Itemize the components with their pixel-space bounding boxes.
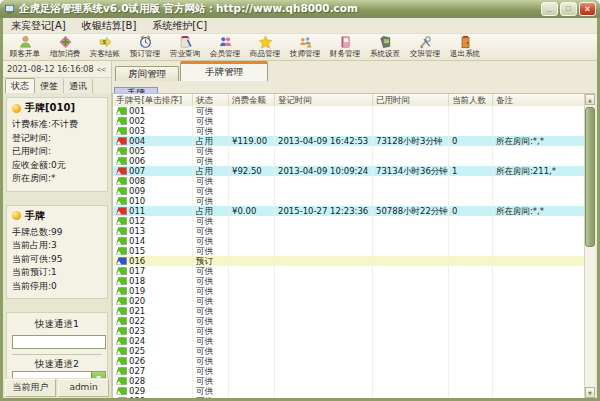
sidebar-tab[interactable]: 通讯 <box>64 79 93 93</box>
note-cell <box>493 116 585 126</box>
table-row[interactable]: 007 占用 ¥92.50 2013-04-09 10:09:24 73134小… <box>113 166 585 176</box>
status-tag-icon <box>116 277 127 285</box>
table-row[interactable]: 002 可供 <box>113 116 585 126</box>
status-tag-icon <box>116 347 127 355</box>
people-count-cell <box>449 386 493 396</box>
table-row[interactable]: 022 可供 <box>113 316 585 326</box>
table-row[interactable]: 017 可供 <box>113 266 585 276</box>
people-count-cell <box>449 326 493 336</box>
table-row[interactable]: 001 可供 <box>113 106 585 116</box>
quick-channel-1-input[interactable] <box>12 335 106 349</box>
amount-cell <box>229 376 275 386</box>
table-header-cell[interactable]: 备注 <box>493 94 585 106</box>
sidebar-tabs: 状态便签通讯 <box>3 78 111 94</box>
used-time-cell <box>373 316 449 326</box>
table-row[interactable]: 019 可供 <box>113 286 585 296</box>
status-tag-icon <box>116 117 127 125</box>
used-time-cell: 73134小时36分钟 <box>373 166 449 176</box>
toolbar-button[interactable]: 商品管理 <box>245 35 285 60</box>
status-tag-icon <box>116 177 127 185</box>
toolbar-button[interactable]: 宾客结账 <box>85 35 125 60</box>
table-header-cell[interactable]: 当前人数 <box>449 94 493 106</box>
minimize-button[interactable]: _ <box>541 2 558 16</box>
table-header-cell[interactable]: 状态 <box>193 94 229 106</box>
shift-management-icon <box>418 35 433 49</box>
table-row[interactable]: 015 可供 <box>113 246 585 256</box>
table-row[interactable]: 024 可供 <box>113 336 585 346</box>
used-time-cell <box>373 326 449 336</box>
toolbar-button[interactable]: 预订管理 <box>125 35 165 60</box>
toolbar-button[interactable]: 会员管理 <box>205 35 245 60</box>
sidebar-tab[interactable]: 便签 <box>35 79 64 93</box>
status-cell: 可供 <box>193 346 229 356</box>
toolbar-button[interactable]: 系统设置 <box>365 35 405 60</box>
table-header-cell[interactable]: 登记时间 <box>275 94 373 106</box>
people-count-cell: 1 <box>449 166 493 176</box>
toolbar-button[interactable]: 财务管理 <box>325 35 365 60</box>
main-tabs: 房间管理手牌管理 <box>112 61 597 81</box>
used-time-cell <box>373 296 449 306</box>
table-row[interactable]: 016 预订 <box>113 256 585 266</box>
finance-management-icon <box>338 35 353 49</box>
table-row[interactable]: 029 可供 <box>113 386 585 396</box>
handcard-number: 028 <box>129 376 145 386</box>
table-row[interactable]: 004 占用 ¥119.00 2013-04-09 16:42:53 73128… <box>113 136 585 146</box>
amount-cell <box>229 196 275 206</box>
table-row[interactable]: 006 可供 <box>113 156 585 166</box>
used-time-cell <box>373 176 449 186</box>
collapse-sidebar-button[interactable]: << <box>96 65 107 74</box>
table-row[interactable]: 003 可供 <box>113 126 585 136</box>
scrollbar-thumb[interactable] <box>585 107 595 247</box>
table-row[interactable]: 005 可供 <box>113 146 585 156</box>
table-header-cell[interactable]: 消费金额 <box>229 94 275 106</box>
people-count-cell <box>449 266 493 276</box>
menu-item[interactable]: 收银结算[B] <box>74 18 145 33</box>
maximize-button[interactable]: □ <box>560 2 577 16</box>
table-row[interactable]: 008 可供 <box>113 176 585 186</box>
table-row[interactable]: 010 可供 <box>113 196 585 206</box>
sidebar-tab[interactable]: 状态 <box>5 78 35 93</box>
table-scrollbar[interactable]: ▲ ▼ <box>584 94 595 398</box>
table-row[interactable]: 018 可供 <box>113 276 585 286</box>
table-row[interactable]: 027 可供 <box>113 366 585 376</box>
people-count-cell: 0 <box>449 136 493 146</box>
table-header-cell[interactable]: 手牌号[单击排序] <box>113 94 193 106</box>
table-row[interactable]: 028 可供 <box>113 376 585 386</box>
table-row[interactable]: 013 可供 <box>113 226 585 236</box>
amount-cell <box>229 236 275 246</box>
main-tab[interactable]: 手牌管理 <box>180 61 268 81</box>
table-row[interactable]: 020 可供 <box>113 296 585 306</box>
table-row[interactable]: 012 可供 <box>113 216 585 226</box>
toolbar-button[interactable]: 交班管理 <box>405 35 445 60</box>
table-row[interactable]: 011 占用 ¥0.00 2015-10-27 12:23:36 50788小时… <box>113 206 585 216</box>
table-row[interactable]: 026 可供 <box>113 356 585 366</box>
people-count-cell <box>449 196 493 206</box>
note-cell <box>493 226 585 236</box>
register-time-cell: 2013-04-09 10:09:24 <box>275 166 373 176</box>
toolbar-button[interactable]: 退出系统 <box>445 35 485 60</box>
main-tab[interactable]: 房间管理 <box>115 66 179 81</box>
toolbar-button[interactable]: 技师管理 <box>285 35 325 60</box>
people-count-cell <box>449 296 493 306</box>
table-row[interactable]: 030 可供 <box>113 396 585 398</box>
menu-item[interactable]: 系统维护[C] <box>144 18 215 33</box>
toolbar-button[interactable]: 增加消费 <box>45 35 85 60</box>
title-bar[interactable]: 企虎足浴管理系统v6.0试用版 官方网站：http://www.qh8000.c… <box>0 0 600 18</box>
table-row[interactable]: 021 可供 <box>113 306 585 316</box>
table-header-cell[interactable]: 已用时间 <box>373 94 449 106</box>
table-row[interactable]: 014 可供 <box>113 236 585 246</box>
close-button[interactable]: × <box>579 2 596 16</box>
toolbar-button[interactable]: 营业查询 <box>165 35 205 60</box>
table-row[interactable]: 025 可供 <box>113 346 585 356</box>
people-count-cell <box>449 346 493 356</box>
table-row[interactable]: 023 可供 <box>113 326 585 336</box>
menu-item[interactable]: 来宾登记[A] <box>3 18 74 33</box>
handcard-number: 010 <box>129 196 145 206</box>
table-row[interactable]: 009 可供 <box>113 186 585 196</box>
scroll-up-button[interactable]: ▲ <box>585 94 595 105</box>
scroll-down-button[interactable]: ▼ <box>585 387 595 398</box>
status-cell: 可供 <box>193 176 229 186</box>
register-time-cell <box>275 156 373 166</box>
toolbar-button[interactable]: 顾客开单 <box>5 35 45 60</box>
people-count-cell <box>449 336 493 346</box>
